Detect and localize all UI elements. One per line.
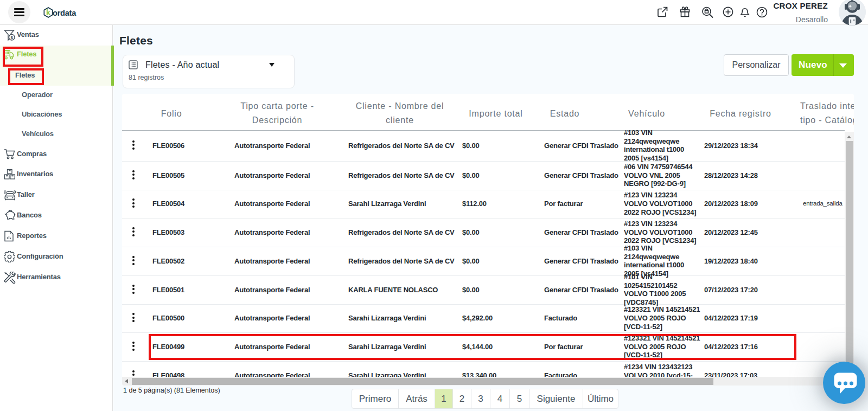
svg-text:k: k [46,8,50,17]
svg-text:$: $ [10,35,13,40]
